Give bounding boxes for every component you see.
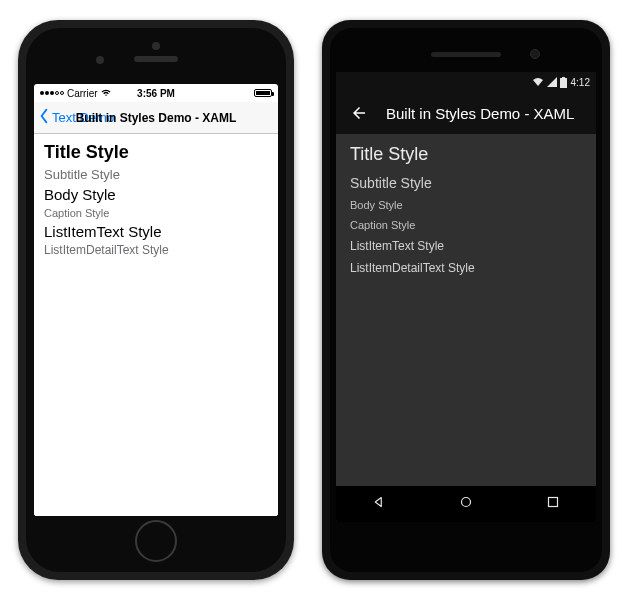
chevron-left-icon — [38, 108, 50, 127]
iphone-device-frame: Carrier 3:56 PM Text — [18, 20, 294, 580]
nav-home-button[interactable] — [457, 493, 475, 515]
iphone-screen: Carrier 3:56 PM Text — [34, 84, 278, 516]
device-comparison-stage: Carrier 3:56 PM Text — [0, 0, 640, 600]
ios-clock: 3:56 PM — [137, 88, 175, 99]
svg-rect-0 — [560, 78, 567, 88]
signal-dots-icon — [40, 91, 64, 95]
android-status-bar: 4:12 — [336, 72, 596, 92]
label-caption-style: Caption Style — [44, 207, 268, 219]
page-title: Built in Styles Demo - XAML — [386, 105, 574, 122]
iphone-camera-icon — [96, 56, 104, 64]
ios-status-right — [254, 89, 272, 97]
nav-back-button[interactable] — [370, 493, 388, 515]
ios-status-left: Carrier — [40, 88, 111, 99]
label-subtitle-style: Subtitle Style — [44, 167, 268, 182]
label-listitemtext-style: ListItemText Style — [350, 239, 582, 253]
wifi-icon — [101, 88, 111, 99]
ios-nav-bar: Text Demo Built in Styles Demo - XAML — [34, 102, 278, 134]
svg-rect-1 — [562, 77, 565, 79]
label-caption-style: Caption Style — [350, 219, 582, 231]
android-screen: 4:12 Built in Styles Demo - XAML Title S… — [336, 72, 596, 522]
ios-status-bar: Carrier 3:56 PM — [34, 84, 278, 102]
label-title-style: Title Style — [350, 144, 582, 165]
signal-icon — [547, 77, 557, 87]
label-listitemdetailtext-style: ListItemDetailText Style — [350, 261, 582, 275]
svg-point-2 — [461, 498, 470, 507]
android-bezel: 4:12 Built in Styles Demo - XAML Title S… — [330, 28, 602, 572]
label-subtitle-style: Subtitle Style — [350, 175, 582, 191]
android-app-bar: Built in Styles Demo - XAML — [336, 92, 596, 134]
android-clock: 4:12 — [571, 77, 590, 88]
battery-icon — [254, 89, 272, 97]
android-device-frame: 4:12 Built in Styles Demo - XAML Title S… — [322, 20, 610, 580]
label-listitemtext-style: ListItemText Style — [44, 223, 268, 240]
label-body-style: Body Style — [350, 199, 582, 211]
wifi-icon — [532, 77, 544, 87]
android-camera-icon — [530, 49, 540, 59]
iphone-bezel: Carrier 3:56 PM Text — [26, 28, 286, 572]
label-body-style: Body Style — [44, 186, 268, 203]
back-button[interactable] — [350, 104, 368, 122]
iphone-speaker-icon — [134, 56, 178, 62]
android-status-icons — [532, 77, 567, 88]
iphone-sensor-icon — [152, 42, 160, 50]
label-listitemdetailtext-style: ListItemDetailText Style — [44, 243, 268, 257]
android-nav-bar — [336, 486, 596, 522]
page-title: Built in Styles Demo - XAML — [76, 111, 237, 125]
android-speaker-icon — [431, 52, 501, 57]
home-button[interactable] — [135, 520, 177, 562]
label-title-style: Title Style — [44, 142, 268, 163]
battery-icon — [560, 77, 567, 88]
carrier-label: Carrier — [67, 88, 98, 99]
nav-recent-button[interactable] — [544, 493, 562, 515]
ios-content-area[interactable]: Title Style Subtitle Style Body Style Ca… — [34, 134, 278, 516]
android-content-area[interactable]: Title Style Subtitle Style Body Style Ca… — [336, 134, 596, 486]
svg-rect-3 — [548, 498, 557, 507]
